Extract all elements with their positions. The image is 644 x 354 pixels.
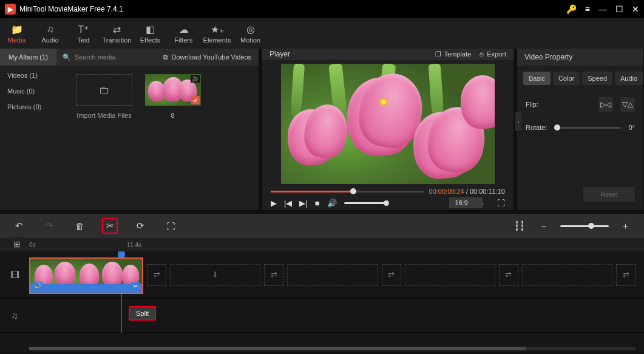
add-track-button[interactable]: ⊞ bbox=[8, 237, 25, 251]
key-icon[interactable]: 🔑 bbox=[566, 4, 577, 14]
hamburger-icon[interactable]: ≡ bbox=[585, 4, 590, 14]
checkmark-icon: ✔ bbox=[191, 96, 200, 104]
timeline-clip[interactable]: 🔊 ✂ bbox=[29, 257, 143, 294]
transition-slot[interactable]: ⇄ bbox=[616, 264, 636, 286]
toolbar-effects[interactable]: ◧Effects bbox=[134, 21, 167, 46]
fullscreen-button[interactable]: ⛶ bbox=[497, 199, 505, 208]
split-button[interactable]: ✂ bbox=[102, 218, 118, 234]
speaker-icon: 🔊 bbox=[33, 282, 42, 290]
filters-icon: ☁ bbox=[179, 23, 189, 35]
media-item[interactable]: 🎥 ✔ 8 bbox=[144, 74, 202, 119]
app-title: MiniTool MovieMaker Free 7.4.1 bbox=[19, 5, 566, 13]
timeline: ⊞ 0s 11.4s 🎞 🔊 ✂ bbox=[0, 238, 644, 353]
sidebar-item-videos[interactable]: Videos (1) bbox=[7, 72, 59, 79]
sidebar-item-pictures[interactable]: Pictures (0) bbox=[7, 103, 59, 111]
rotate-slider[interactable] bbox=[554, 127, 621, 129]
toolbar-filters[interactable]: ☁Filters bbox=[167, 21, 200, 46]
stop-button[interactable]: ■ bbox=[315, 199, 320, 208]
property-tab-basic[interactable]: Basic bbox=[523, 72, 551, 85]
video-icon: 🎥 bbox=[191, 75, 200, 83]
layers-icon: ❒ bbox=[435, 50, 441, 58]
album-tab[interactable]: My Album (1) bbox=[0, 49, 56, 66]
property-panel: Video Property Basic Color Speed Audio F… bbox=[517, 49, 643, 210]
flip-vertical-button[interactable]: ▽△ bbox=[620, 97, 635, 112]
search-icon: 🔍 bbox=[63, 53, 71, 61]
elements-icon: ★₊ bbox=[211, 23, 224, 35]
transition-slot[interactable]: ⇄ bbox=[147, 264, 166, 286]
panel-collapse-button[interactable]: › bbox=[515, 112, 521, 131]
play-button[interactable]: ▶ bbox=[271, 199, 277, 208]
audio-track-icon: ♫ bbox=[0, 310, 29, 321]
property-title: Video Property bbox=[524, 53, 572, 61]
player-panel: Player ❒Template ⎋Export bbox=[262, 49, 514, 210]
import-media-tile[interactable]: 🗀 Import Media Files bbox=[75, 74, 133, 119]
transition-slot[interactable]: ⇄ bbox=[264, 264, 283, 286]
effects-icon: ◧ bbox=[146, 23, 155, 35]
empty-clip-slot[interactable] bbox=[287, 264, 378, 286]
property-tab-color[interactable]: Color bbox=[553, 72, 580, 85]
zoom-slider[interactable] bbox=[560, 225, 609, 227]
zoom-out-button[interactable]: − bbox=[536, 218, 552, 234]
folder-icon: 📁 bbox=[11, 23, 23, 35]
empty-clip-slot[interactable] bbox=[405, 264, 495, 286]
download-icon: ⧉ bbox=[163, 53, 168, 61]
export-icon: ⎋ bbox=[480, 50, 484, 58]
aspect-ratio-select[interactable]: 16:9 bbox=[449, 197, 483, 208]
flip-horizontal-button[interactable]: ▷◁ bbox=[598, 97, 613, 112]
download-youtube-button[interactable]: ⧉Download YouTube Videos bbox=[163, 53, 259, 61]
motion-icon: ◎ bbox=[246, 23, 255, 35]
property-tab-audio[interactable]: Audio bbox=[615, 72, 643, 85]
toolbar-media[interactable]: 📁Media bbox=[0, 21, 33, 46]
album-panel: My Album (1) 🔍Search media ⧉Download You… bbox=[0, 49, 259, 210]
toolbar-transition[interactable]: ⇄Transition bbox=[100, 21, 134, 46]
empty-clip-slot[interactable]: ⬇ bbox=[170, 264, 260, 286]
redo-button[interactable]: ↷ bbox=[41, 218, 57, 234]
empty-clip-slot[interactable] bbox=[522, 264, 612, 286]
text-icon: T⁺ bbox=[78, 23, 89, 35]
reset-button[interactable]: Reset bbox=[583, 187, 635, 202]
export-button[interactable]: ⎋Export bbox=[480, 50, 506, 58]
toolbar-audio[interactable]: ♫Audio bbox=[33, 21, 67, 46]
timeline-ruler[interactable]: 0s 11.4s bbox=[0, 238, 644, 251]
volume-slider[interactable] bbox=[344, 202, 387, 204]
fit-button[interactable]: ┇┇ bbox=[512, 218, 527, 234]
title-bar: ▶ MiniTool MovieMaker Free 7.4.1 🔑 ≡ — ☐… bbox=[0, 0, 644, 18]
toolbar-text[interactable]: T⁺Text bbox=[67, 21, 100, 46]
close-button[interactable]: ✕ bbox=[632, 4, 639, 14]
flip-label: Flip: bbox=[526, 101, 538, 108]
search-input[interactable]: 🔍Search media bbox=[56, 53, 147, 61]
toolbar-motion[interactable]: ◎Motion bbox=[234, 21, 267, 46]
delete-button[interactable]: 🗑 bbox=[72, 218, 87, 234]
property-tab-speed[interactable]: Speed bbox=[582, 72, 612, 85]
video-track-icon: 🎞 bbox=[0, 270, 29, 280]
album-sidebar: Videos (1) Music (0) Pictures (0) bbox=[0, 66, 67, 210]
sidebar-item-music[interactable]: Music (0) bbox=[7, 87, 59, 95]
zoom-in-button[interactable]: ＋ bbox=[617, 218, 633, 234]
timeline-toolbar: ↶ ↷ 🗑 ✂ ⟳ ⛶ ┇┇ − ＋ bbox=[0, 214, 644, 238]
maximize-button[interactable]: ☐ bbox=[615, 4, 623, 14]
timeline-scrollbar[interactable] bbox=[29, 347, 636, 350]
transition-icon: ⇄ bbox=[113, 23, 121, 35]
timecode: 00:00:08:24 / 00:00:11:10 bbox=[429, 188, 505, 195]
folder-icon: 🗀 bbox=[99, 84, 110, 97]
prev-frame-button[interactable]: |◀ bbox=[284, 199, 292, 208]
main-toolbar: 📁Media ♫Audio T⁺Text ⇄Transition ◧Effect… bbox=[0, 18, 644, 49]
rotate-label: Rotate: bbox=[526, 124, 547, 131]
music-note-icon: ♫ bbox=[47, 23, 54, 35]
preview-viewport[interactable] bbox=[281, 64, 495, 184]
toolbar-elements[interactable]: ★₊Elements bbox=[200, 21, 234, 46]
template-button[interactable]: ❒Template bbox=[435, 50, 472, 58]
speed-button[interactable]: ⟳ bbox=[132, 218, 148, 234]
volume-icon[interactable]: 🔊 bbox=[327, 199, 337, 208]
player-title: Player bbox=[269, 50, 290, 58]
undo-button[interactable]: ↶ bbox=[11, 218, 27, 234]
transition-slot[interactable]: ⇄ bbox=[499, 264, 518, 286]
next-frame-button[interactable]: ▶| bbox=[299, 199, 307, 208]
minimize-button[interactable]: — bbox=[598, 4, 607, 14]
scrub-slider[interactable] bbox=[271, 191, 424, 192]
transition-slot[interactable]: ⇄ bbox=[382, 264, 401, 286]
media-item-badge: 8 bbox=[171, 112, 174, 119]
crop-button[interactable]: ⛶ bbox=[163, 218, 178, 234]
scissors-icon[interactable]: ✂ bbox=[131, 282, 140, 290]
app-logo-icon: ▶ bbox=[5, 4, 16, 15]
